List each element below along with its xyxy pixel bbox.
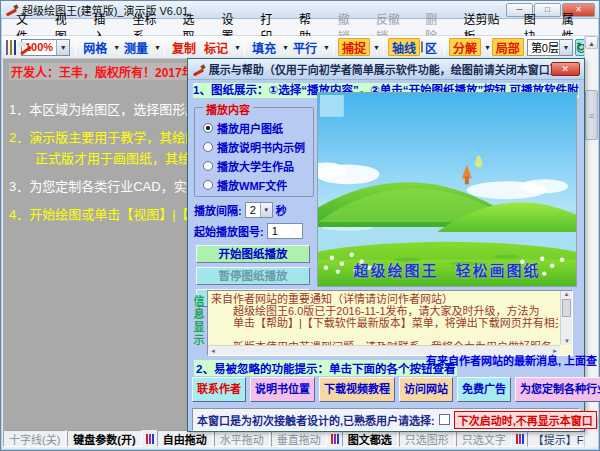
radio-wmf-files[interactable]: 播放WMF文件 (203, 177, 287, 193)
start-number-input[interactable]: 1 (267, 223, 303, 239)
status-select-text[interactable]: 只选文字 (456, 430, 512, 447)
radio-manual-examples[interactable]: 播放说明书内示例 (203, 139, 305, 155)
menu-bar: 文件 视图 插入 坐标系 选取 设置 打印 帮助 撤销 反撤销 删除 送剪贴板 … (2, 19, 598, 36)
layer-dropdown-icon[interactable]: ▼ (559, 40, 572, 55)
radio-selected-icon[interactable] (203, 123, 213, 133)
developer-line: 开发人：王丰，版权所有！2017年1月 (9, 63, 214, 80)
interval-combobox[interactable]: 2 ▼ (245, 202, 273, 218)
latest-news-note: 有来自作者网站的最新消息, 上面查 (426, 352, 597, 368)
play-content-groupbox: 播放内容 播放用户图纸 播放说明书内示例 播放大学生作品 播放WMF文件 (194, 107, 314, 197)
notice-vertical-scrollbar[interactable]: ▲▼ (560, 291, 572, 345)
radio-student-works[interactable]: 播放大学生作品 (203, 158, 294, 174)
separator-stripes-icon (328, 430, 342, 447)
interval-label: 播放间隔: (194, 202, 242, 218)
snap-button[interactable]: 捕捉 (338, 38, 370, 56)
radio-icon[interactable] (203, 142, 213, 152)
separator-stripes-icon (143, 430, 157, 447)
start-number-row: 起始播放图号: 1 (194, 223, 303, 239)
notice-text: 来自作者网站的重要通知（详情请访问作者网站） 超级绘图王6.0版已于2016-1… (211, 293, 558, 345)
status-crosshair[interactable]: 十字线(关) (3, 430, 66, 447)
new-file-icon[interactable] (6, 40, 8, 55)
start-playback-button[interactable]: 开始图纸播放 (196, 245, 310, 263)
axis-button[interactable]: 轴线 (388, 38, 420, 56)
dont-show-again-label[interactable]: 下次启动时,不再显示本窗口 (454, 411, 597, 429)
open-file-icon[interactable] (10, 40, 12, 55)
dialog-close-button[interactable]: ✕ (551, 62, 580, 76)
print-area-button[interactable]: 区 (425, 38, 440, 56)
manual-location-button[interactable]: 说明书位置 (250, 377, 315, 402)
mark-button[interactable]: 标记 (201, 38, 231, 56)
fill-dropdown-icon[interactable]: ▼ (282, 44, 289, 51)
status-vertical-drag[interactable]: 垂直拖动 (271, 430, 327, 447)
zoom-dropdown-icon[interactable]: ▼ (56, 40, 69, 55)
dont-show-again-checkbox[interactable] (439, 414, 450, 425)
radio-icon[interactable] (203, 161, 213, 171)
status-hint: 【提示】F2/Y:Y坐标锁定,F3/X:X坐标锁定, (527, 430, 584, 447)
save-file-icon[interactable] (14, 40, 16, 55)
contact-author-button[interactable]: 联系作者 (192, 377, 246, 402)
copy-button[interactable]: 复制 (169, 38, 199, 56)
grid-dropdown-icon[interactable]: ▼ (113, 44, 120, 51)
radio-user-drawings[interactable]: 播放用户图纸 (203, 120, 283, 136)
interval-row: 播放间隔: 2 ▼ 秒 (194, 202, 287, 218)
download-video-button[interactable]: 下载视频教程 (319, 377, 395, 402)
scroll-up-icon[interactable]: ▲ (585, 36, 598, 49)
info-display-label: 信息显示 (191, 295, 206, 357)
notice-textarea[interactable]: 来自作者网站的重要通知（详情请访问作者网站） 超级绘图王6.0版已于2016-1… (207, 290, 573, 356)
tip-function-hints: 2、易被忽略的功能提示：单击下面的各个按钮查看 (194, 360, 457, 376)
status-keyboard-params[interactable]: 键盘参数(开) (67, 430, 141, 447)
dialog-pencil-icon (192, 63, 205, 76)
printer-icon[interactable] (421, 41, 423, 53)
interval-unit: 秒 (276, 202, 287, 218)
play-content-label: 播放内容 (203, 101, 253, 117)
dialog-title: 展示与帮助（仅用于向初学者简单展示软件功能，绘图前请关闭本窗口） (209, 61, 551, 77)
fill-button[interactable]: 填充 (249, 38, 279, 56)
explode-dropdown-icon[interactable]: ▼ (484, 44, 491, 51)
status-horizontal-drag[interactable]: 水平拖动 (214, 430, 270, 447)
visit-website-button[interactable]: 访问网站 (399, 377, 453, 402)
measure-button[interactable]: 测量 (121, 38, 151, 56)
status-bar: 十字线(关) 键盘参数(开) 自由拖动 水平拖动 垂直拖动 图文都选 只选图形 … (3, 430, 584, 447)
dialog-footer: 本窗口是为初次接触者设计的,已熟悉用户请选择: 下次启动时,不再显示本窗口 ✕ (192, 408, 580, 431)
preview-caption: 超级绘图王 轻松画图纸 (318, 259, 576, 280)
parallel-button[interactable]: 平行 (290, 38, 320, 56)
app-window: 超级绘图王(建筑版)_演示版 V6.01 ─ □ ✕ 文件 视图 插入 坐标系 … (0, 0, 600, 451)
link-buttons-row: 联系作者 说明书位置 下载视频教程 访问网站 免费广告 为您定制各种行业专用CA… (192, 377, 580, 402)
free-ad-button[interactable]: 免费广告 (457, 377, 511, 402)
demo-help-dialog: 展示与帮助（仅用于向初学者简单展示软件功能，绘图前请关闭本窗口） ✕ 1、图纸展… (187, 58, 585, 432)
mark-dropdown-icon[interactable]: ▼ (234, 44, 241, 51)
toolbar: 100% ▼ 网格 ▼ 测量 ▼ 复制 标记 ▼ 填充 ▼ 平行 ▼ 捕捉 ▼ … (2, 36, 584, 59)
layer-value: 第0层 (531, 39, 559, 55)
radio-icon[interactable] (203, 180, 213, 190)
interval-value: 2 (246, 204, 260, 216)
status-free-drag[interactable]: 自由拖动 (157, 430, 213, 447)
separator-stripes-icon (513, 430, 527, 447)
scrollbar-thumb[interactable] (585, 90, 598, 140)
landscape-illustration (318, 93, 576, 287)
measure-dropdown-icon[interactable]: ▼ (154, 44, 161, 51)
grid-button[interactable]: 网格 (80, 38, 110, 56)
status-select-both[interactable]: 图文都选 (342, 430, 398, 447)
dialog-title-bar[interactable]: 展示与帮助（仅用于向初学者简单展示软件功能，绘图前请关闭本窗口） ✕ (188, 59, 584, 80)
layer-combobox[interactable]: 第0层 ▼ (527, 39, 573, 56)
pause-playback-button: 暂停图纸播放 (196, 267, 310, 285)
snap-dropdown-icon[interactable]: ▼ (373, 44, 380, 51)
preview-image: 超级绘图王 轻松画图纸 (317, 92, 577, 287)
explode-button[interactable]: 分解 (449, 38, 481, 56)
interval-dropdown-icon[interactable]: ▼ (260, 203, 272, 217)
custom-cad-button[interactable]: 为您定制各种行业专用CAD! (515, 377, 600, 402)
start-number-label: 起始播放图号: (194, 223, 264, 239)
footer-text: 本窗口是为初次接触者设计的,已熟悉用户请选择: (197, 412, 435, 428)
partial-button[interactable]: 局部 (492, 38, 524, 56)
parallel-dropdown-icon[interactable]: ▼ (323, 44, 330, 51)
status-select-shapes[interactable]: 只选图形 (399, 430, 455, 447)
